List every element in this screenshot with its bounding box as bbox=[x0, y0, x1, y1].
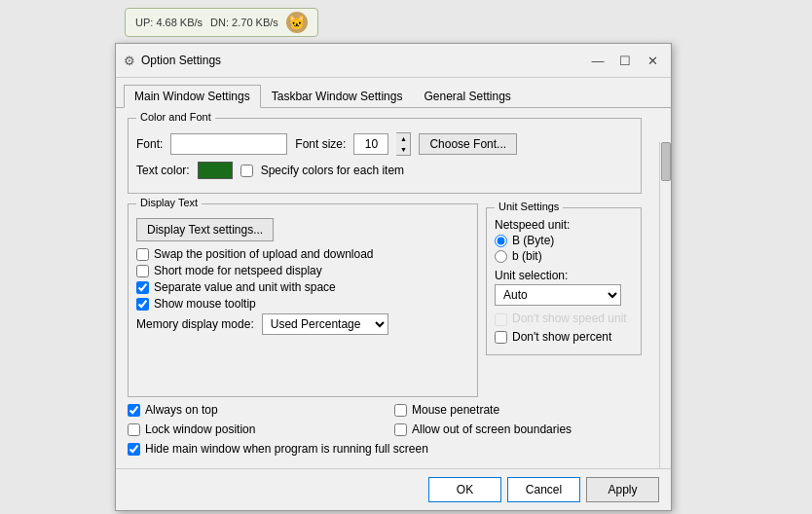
font-input[interactable] bbox=[170, 133, 287, 155]
show-tooltip-label: Show mouse tooltip bbox=[154, 297, 256, 311]
ok-button[interactable]: OK bbox=[428, 477, 501, 502]
color-font-group: Color and Font Font: Font size: ▲ ▼ Choo… bbox=[128, 118, 642, 194]
memory-mode-row: Memory display mode: Used Percentage Fre… bbox=[136, 313, 469, 335]
font-size-label: Font size: bbox=[295, 137, 346, 151]
dont-show-speed-unit-checkbox[interactable] bbox=[495, 313, 507, 326]
net-speed-badge: UP: 4.68 KB/s DN: 2.70 KB/s 🐱 bbox=[125, 8, 318, 37]
upload-speed: UP: 4.68 KB/s bbox=[135, 17, 203, 28]
color-font-label: Color and Font bbox=[136, 111, 215, 123]
cancel-button[interactable]: Cancel bbox=[507, 477, 580, 502]
tab-main-window[interactable]: Main Window Settings bbox=[124, 85, 261, 108]
always-on-top-label: Always on top bbox=[145, 403, 218, 417]
maximize-button[interactable]: ☐ bbox=[614, 50, 636, 71]
avatar: 🐱 bbox=[286, 12, 308, 33]
swap-position-checkbox[interactable] bbox=[136, 248, 149, 261]
font-size-input[interactable] bbox=[353, 133, 388, 155]
dont-show-percent-label: Don't show percent bbox=[512, 330, 611, 344]
apply-button[interactable]: Apply bbox=[586, 477, 659, 502]
minimize-button[interactable]: — bbox=[587, 50, 609, 71]
separate-value-row: Separate value and unit with space bbox=[136, 280, 469, 294]
scrollbar-track[interactable] bbox=[659, 142, 671, 468]
font-label: Font: bbox=[136, 137, 163, 151]
scrollbar-thumb[interactable] bbox=[661, 142, 671, 181]
text-color-label: Text color: bbox=[136, 164, 190, 177]
unit-settings-group: Unit Settings Netspeed unit: B (Byte) b … bbox=[486, 207, 642, 355]
swap-position-row: Swap the position of upload and download bbox=[136, 247, 469, 261]
hide-main-window-label: Hide main window when program is running… bbox=[145, 442, 428, 456]
download-speed: DN: 2.70 KB/s bbox=[210, 17, 278, 28]
unit-settings-label: Unit Settings bbox=[495, 201, 563, 212]
specify-colors-checkbox[interactable] bbox=[240, 165, 253, 177]
hide-main-window-checkbox[interactable] bbox=[128, 443, 140, 456]
short-mode-label: Short mode for netspeed display bbox=[154, 264, 322, 277]
show-tooltip-row: Show mouse tooltip bbox=[136, 297, 469, 311]
spin-up-button[interactable]: ▲ bbox=[396, 133, 410, 144]
radio-byte-row: B (Byte) bbox=[495, 234, 633, 247]
always-on-top-row: Always on top bbox=[128, 403, 375, 417]
mouse-penetrate-row: Mouse penetrate bbox=[394, 403, 642, 417]
dialog-titlebar: ⚙ Option Settings — ☐ ✕ bbox=[116, 44, 671, 78]
spin-down-button[interactable]: ▼ bbox=[396, 144, 410, 155]
show-tooltip-checkbox[interactable] bbox=[136, 298, 149, 311]
text-color-swatch[interactable] bbox=[198, 162, 233, 179]
settings-icon: ⚙ bbox=[124, 54, 135, 68]
bottom-checks-area: Always on top Mouse penetrate Lock windo… bbox=[128, 403, 642, 459]
radio-bit[interactable] bbox=[495, 250, 507, 263]
lock-window-label: Lock window position bbox=[145, 422, 255, 436]
radio-bit-label: b (bit) bbox=[512, 249, 542, 263]
dont-show-speed-unit-row: Don't show speed unit bbox=[495, 312, 633, 327]
always-on-top-checkbox[interactable] bbox=[128, 404, 140, 417]
specify-colors-label: Specify colors for each item bbox=[261, 164, 404, 177]
swap-position-label: Swap the position of upload and download bbox=[154, 247, 374, 261]
display-text-settings-button[interactable]: Display Text settings... bbox=[136, 218, 274, 241]
dont-show-speed-unit-label: Don't show speed unit bbox=[512, 312, 627, 325]
dialog-content: Color and Font Font: Font size: ▲ ▼ Choo… bbox=[116, 108, 671, 468]
radio-bit-row: b (bit) bbox=[495, 249, 633, 263]
memory-mode-select[interactable]: Used Percentage Free Total Used bbox=[262, 313, 388, 335]
allow-out-of-screen-checkbox[interactable] bbox=[394, 423, 407, 436]
close-button[interactable]: ✕ bbox=[642, 50, 663, 71]
tab-general-settings[interactable]: General Settings bbox=[413, 85, 521, 108]
dialog-footer: OK Cancel Apply bbox=[116, 468, 671, 510]
dialog-title: Option Settings bbox=[141, 54, 581, 67]
radio-byte[interactable] bbox=[495, 235, 507, 247]
lock-window-checkbox[interactable] bbox=[128, 423, 140, 436]
mouse-penetrate-checkbox[interactable] bbox=[394, 404, 407, 417]
allow-out-of-screen-row: Allow out of screen boundaries bbox=[394, 422, 642, 436]
tab-bar: Main Window Settings Taskbar Window Sett… bbox=[116, 78, 671, 108]
separate-value-label: Separate value and unit with space bbox=[154, 280, 336, 294]
hide-main-window-row: Hide main window when program is running… bbox=[128, 442, 642, 456]
display-text-label: Display Text bbox=[136, 197, 202, 208]
option-settings-dialog: ⚙ Option Settings — ☐ ✕ Main Window Sett… bbox=[115, 43, 672, 511]
short-mode-row: Short mode for netspeed display bbox=[136, 264, 469, 277]
mouse-penetrate-label: Mouse penetrate bbox=[412, 403, 499, 417]
allow-out-of-screen-label: Allow out of screen boundaries bbox=[412, 422, 572, 436]
radio-byte-label: B (Byte) bbox=[512, 234, 554, 247]
dont-show-percent-checkbox[interactable] bbox=[495, 331, 507, 344]
display-text-group: Display Text Display Text settings... Sw… bbox=[128, 203, 478, 397]
separate-value-checkbox[interactable] bbox=[136, 281, 149, 294]
unit-settings-area: Unit Settings Netspeed unit: B (Byte) b … bbox=[486, 203, 642, 397]
font-size-spinner: ▲ ▼ bbox=[396, 132, 411, 156]
unit-selection-select[interactable]: Auto KB MB GB bbox=[495, 284, 621, 306]
choose-font-button[interactable]: Choose Font... bbox=[419, 133, 517, 155]
short-mode-checkbox[interactable] bbox=[136, 265, 149, 277]
tab-taskbar-window[interactable]: Taskbar Window Settings bbox=[261, 85, 414, 108]
unit-sel-label: Unit selection: bbox=[495, 269, 633, 282]
dont-show-percent-row: Don't show percent bbox=[495, 330, 633, 344]
memory-mode-label: Memory display mode: bbox=[136, 317, 254, 331]
netspeed-unit-label: Netspeed unit: bbox=[495, 218, 633, 232]
lock-window-row: Lock window position bbox=[128, 422, 375, 436]
